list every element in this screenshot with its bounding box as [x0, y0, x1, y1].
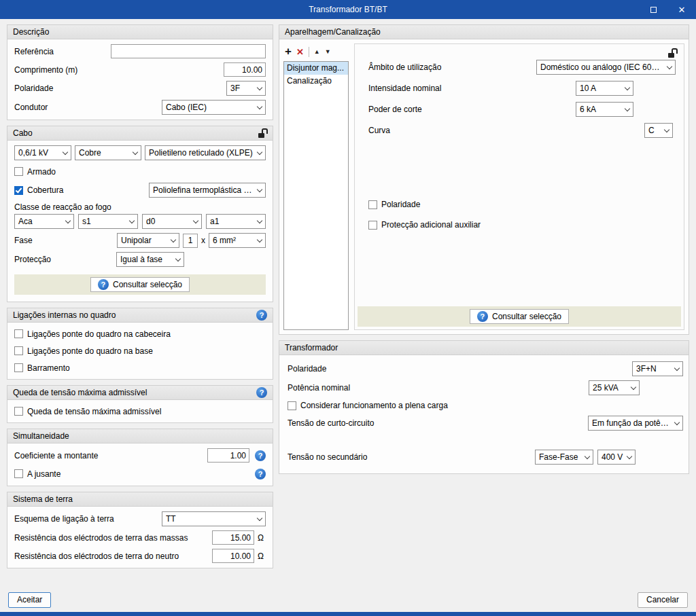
dialog-footer: Aceitar Cancelar	[0, 587, 696, 612]
armado-checkbox[interactable]: Armado	[14, 167, 56, 177]
select-value: 6 kA	[580, 105, 622, 114]
proteccao-adicional-checkbox[interactable]: Protecção adicional auxiliar	[368, 220, 481, 230]
ligacoes-base-checkbox[interactable]: Ligações ponte do quadro na base	[14, 346, 153, 356]
list-item-disjuntor[interactable]: Disjuntor mag...	[284, 62, 348, 75]
add-button[interactable]: +	[285, 46, 292, 57]
select-value: Polietileno reticulado (XLPE)	[149, 148, 254, 158]
help-icon[interactable]: ?	[256, 387, 267, 398]
cabo-isolamento-select[interactable]: Polietileno reticulado (XLPE)	[145, 145, 266, 160]
chevron-down-icon	[254, 151, 265, 154]
proteccao-label: Protecção	[14, 255, 116, 264]
chevron-down-icon	[254, 220, 265, 223]
lock-open-icon[interactable]	[258, 128, 267, 138]
checkbox-box-icon	[368, 221, 377, 230]
jusante-checkbox[interactable]: A jusante	[14, 469, 255, 479]
polaridade-select[interactable]: 3F	[226, 81, 266, 96]
esquema-terra-select[interactable]: TT	[162, 511, 266, 526]
close-button[interactable]: ✕	[667, 0, 696, 19]
chevron-down-icon	[628, 386, 639, 389]
classe-select-3[interactable]: d0	[142, 214, 202, 229]
window-bottom-border	[0, 612, 696, 616]
chevron-down-icon	[173, 258, 184, 261]
section-title: Queda de tensão máxima admissível	[13, 388, 147, 397]
fase-tipo-select[interactable]: Unipolar	[117, 233, 179, 248]
comprimento-input[interactable]	[224, 62, 266, 77]
help-icon[interactable]: ?	[255, 450, 266, 461]
potencia-select[interactable]: 25 kVA	[589, 380, 640, 395]
intensidade-select[interactable]: 10 A	[576, 81, 633, 96]
curva-select[interactable]: C	[644, 123, 673, 138]
secundario-tipo-select[interactable]: Fase-Fase	[535, 450, 593, 465]
chevron-down-icon	[254, 106, 265, 109]
coeficiente-input[interactable]	[207, 448, 249, 463]
checkbox-label: Polaridade	[381, 200, 420, 209]
tensao-curto-select[interactable]: Em função da potência	[588, 416, 683, 431]
toolbar-separator	[309, 47, 309, 57]
poder-corte-label: Poder de corte	[368, 105, 422, 114]
secundario-tensao-select[interactable]: 400 V	[597, 450, 636, 465]
help-icon[interactable]: ?	[255, 469, 266, 479]
aparelhagem-toolbar: + ✕ ▲ ▼	[283, 43, 349, 60]
resistencia-massas-label: Resistência dos eléctrodos de terra das …	[14, 533, 212, 543]
condutor-select[interactable]: Cabo (IEC)	[162, 100, 266, 115]
lock-open-icon[interactable]	[668, 48, 677, 58]
section-transformador: Transformador Polaridade 3F+N Potência n…	[279, 340, 689, 474]
resistencia-massas-input[interactable]	[212, 530, 254, 545]
cancelar-button[interactable]: Cancelar	[638, 592, 688, 608]
poder-corte-select[interactable]: 6 kA	[576, 102, 633, 117]
help-icon: ?	[98, 279, 109, 290]
barramento-checkbox[interactable]: Barramento	[14, 363, 70, 373]
consultar-seleccao-button[interactable]: ? Consultar selecção	[90, 277, 190, 292]
consultar-label: Consultar selecção	[492, 312, 561, 321]
ligacoes-cabeceira-checkbox[interactable]: Ligações ponte do quadro na cabeceira	[14, 329, 171, 339]
fase-num-input[interactable]	[183, 234, 198, 248]
checkbox-label: A jusante	[27, 469, 60, 479]
checkbox-box-icon	[14, 167, 23, 176]
aceitar-button[interactable]: Aceitar	[8, 592, 51, 608]
chevron-down-icon	[622, 108, 633, 111]
chevron-down-icon	[126, 220, 137, 223]
help-icon[interactable]: ?	[256, 310, 267, 321]
plena-carga-checkbox[interactable]: Considerar funcionamento a plena carga	[288, 401, 448, 410]
transformador-polaridade-select[interactable]: 3F+N	[632, 361, 683, 376]
referencia-input[interactable]	[111, 44, 266, 58]
queda-checkbox[interactable]: Queda de tensão máxima admissível	[14, 407, 161, 416]
resistencia-neutro-input[interactable]	[212, 549, 254, 563]
classe-select-2[interactable]: s1	[78, 214, 138, 229]
move-up-button[interactable]: ▲	[314, 49, 320, 55]
section-queda: Queda de tensão máxima admissível ? Qued…	[7, 385, 273, 423]
proteccao-select[interactable]: Igual à fase	[116, 252, 184, 267]
section-header-simultaneidade: Simultaneidade	[7, 429, 273, 443]
classe-select-4[interactable]: a1	[206, 214, 266, 229]
list-item-canalizacao[interactable]: Canalização	[284, 75, 348, 88]
section-terra: Sistema de terra Esquema de ligação à te…	[7, 492, 273, 568]
cabo-material-select[interactable]: Cobre	[75, 145, 141, 160]
consultar-seleccao-button[interactable]: ? Consultar selecção	[470, 309, 569, 324]
cabo-tensao-select[interactable]: 0,6/1 kV	[14, 145, 71, 160]
window-title: Transformador BT/BT	[309, 5, 387, 14]
checkbox-label: Armado	[27, 167, 56, 177]
section-aparelhagem: Aparelhagem/Canalização + ✕ ▲ ▼ Disjunto…	[279, 24, 689, 335]
chevron-down-icon	[130, 151, 141, 154]
select-value: Unipolar	[121, 236, 168, 245]
checkbox-label: Barramento	[27, 363, 70, 373]
select-value: 25 kVA	[593, 383, 628, 393]
ambito-select[interactable]: Doméstico ou análogo (IEC 60898)	[536, 60, 676, 75]
checkbox-label: Cobertura	[27, 185, 63, 195]
checkbox-label: Ligações ponte do quadro na base	[27, 346, 153, 356]
cobertura-tipo-select[interactable]: Poliolefina termoplástica (Z1)	[149, 183, 266, 198]
polaridade-aparelhagem-checkbox[interactable]: Polaridade	[368, 200, 420, 209]
maximize-button[interactable]	[639, 0, 667, 19]
select-value: TT	[166, 514, 254, 524]
section-header-queda: Queda de tensão máxima admissível ?	[7, 386, 273, 400]
cobertura-checkbox[interactable]: Cobertura	[14, 185, 149, 195]
move-down-button[interactable]: ▼	[325, 49, 331, 55]
classe-select-1[interactable]: Aca	[14, 214, 74, 229]
tensao-secundario-label: Tensão no secundário	[288, 452, 531, 462]
esquema-label: Esquema de ligação à terra	[14, 514, 162, 524]
checkbox-box-icon	[14, 329, 23, 338]
section-title: Descrição	[13, 27, 49, 37]
fase-seccao-select[interactable]: 6 mm²	[209, 233, 266, 248]
select-value: 3F+N	[636, 364, 672, 374]
delete-button[interactable]: ✕	[296, 48, 304, 56]
